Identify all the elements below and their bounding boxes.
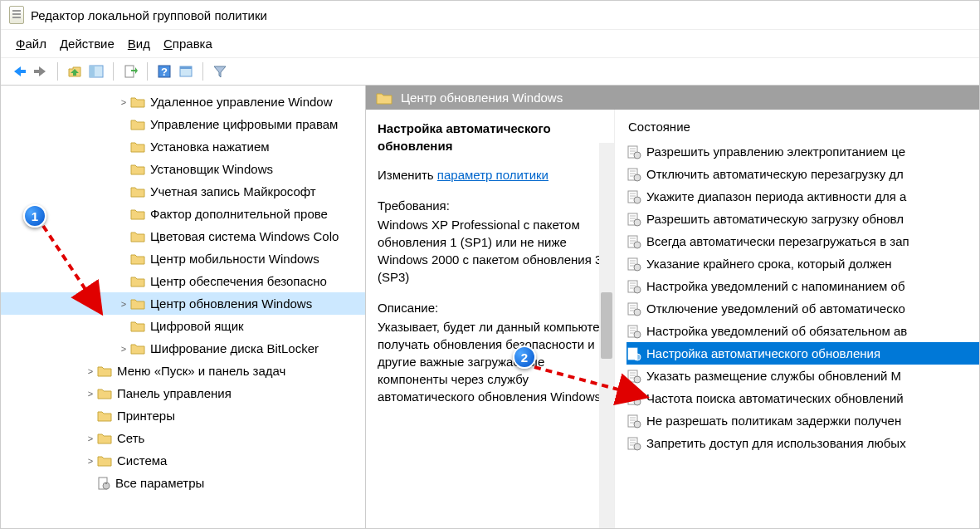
tree-item-label: Система [117,453,167,468]
requirements-label: Требования: [378,197,607,214]
detail-pane: Центр обновления Windows Настройка автом… [366,86,979,528]
list-item[interactable]: Разрешить управлению электропитанием це [627,140,979,163]
folder-icon [130,276,145,287]
setting-icon [627,346,641,361]
list-header[interactable]: Состояние [627,120,979,134]
tree-item[interactable]: Центр обеспечения безопасно [1,270,365,292]
list-item-label: Настройка уведомлений с напоминанием об [646,279,905,293]
setting-icon [627,167,641,182]
tree-item[interactable]: Принтеры [1,404,365,427]
tree-item[interactable]: Все параметры [1,472,365,494]
svg-point-68 [634,399,641,405]
list-item[interactable]: Настройка уведомлений об обязательном ав [627,320,979,342]
list-item[interactable]: Запретить доступ для использования любых [627,432,979,454]
expander-icon[interactable]: > [84,366,97,376]
tree-item[interactable]: Управление цифровыми правам [1,113,365,135]
list-item-label: Частота поиска автоматических обновлений [646,391,904,405]
edit-line: Изменить параметр политики [378,166,607,184]
edit-prefix: Изменить [378,168,437,182]
setting-icon [627,279,641,294]
expander-icon[interactable]: > [84,456,97,466]
folder-icon [376,91,392,105]
tree-item[interactable]: >Панель управления [1,382,365,404]
up-button[interactable] [65,61,85,81]
folder-icon [130,141,145,153]
tree-item[interactable]: Цветовая система Windows Colo [1,225,365,247]
tree-pane[interactable]: >Удаленное управление WindowУправление ц… [1,86,366,528]
svg-rect-11 [105,482,107,484]
svg-rect-0 [19,70,26,73]
list-item[interactable]: Настройка уведомлений с напоминанием об [627,275,979,297]
scrollbar-thumb[interactable] [601,292,612,359]
list-item[interactable]: Настройка автоматического обновления [627,342,979,365]
expander-icon[interactable]: > [117,299,130,309]
tree-item-label: Установщик Windows [150,162,273,176]
setting-icon [627,436,641,451]
svg-point-26 [634,197,641,203]
list-item[interactable]: Не разрешать политикам задержки получен [627,409,979,432]
scrollbar[interactable] [599,143,614,528]
list-item[interactable]: Указать размещение службы обновлений М [627,365,979,387]
list-item-label: Укажите диапазон периода активности для … [646,189,906,203]
list-item-label: Не разрешать политикам задержки получен [646,414,901,428]
tree-item-label: Установка нажатием [150,140,270,154]
list-item[interactable]: Отключить автоматическую перезагрузку дл [627,163,979,185]
expander-icon[interactable]: > [84,433,97,443]
expander-icon[interactable]: > [117,97,130,107]
back-button[interactable] [9,61,29,81]
menu-help[interactable]: Справка [158,35,217,52]
setting-icon [627,414,641,429]
tree-item-label: Принтеры [117,409,175,423]
tree-item[interactable]: >Удаленное управление Window [1,91,365,113]
setting-icon [627,324,641,339]
tree-item[interactable]: >Шифрование диска BitLocker [1,337,365,360]
forward-button[interactable] [31,61,51,81]
tree-item-label: Учетная запись Майкрософт [150,184,316,198]
list-item[interactable]: Указание крайнего срока, который должен [627,252,979,275]
menu-file[interactable]: Файл [11,35,51,52]
tree-item[interactable]: Фактор дополнительной прове [1,203,365,225]
menu-action[interactable]: Действие [55,35,119,52]
tree-item[interactable]: Цифровой ящик [1,315,365,337]
folder-icon [130,96,145,108]
tree-item[interactable]: >Система [1,449,365,472]
tree-item[interactable]: Установка нажатием [1,135,365,158]
expander-icon[interactable]: > [117,344,130,354]
svg-point-16 [634,152,641,159]
list-item[interactable]: Разрешить автоматическую загрузку обновл [627,208,979,230]
tree-item[interactable]: Центр мобильности Windows [1,247,365,270]
svg-point-46 [634,287,641,293]
tree-item[interactable]: >Меню «Пуск» и панель задач [1,360,365,382]
menu-view[interactable]: Вид [123,35,155,52]
properties-button[interactable] [176,61,196,81]
help-button[interactable]: ? [154,61,174,81]
tree-item[interactable]: Учетная запись Майкрософт [1,180,365,203]
export-button[interactable] [120,61,140,81]
show-hide-tree-button[interactable] [86,61,106,81]
folder-icon [130,231,145,242]
list-item[interactable]: Отключение уведомлений об автоматическо [627,297,979,320]
list-item[interactable]: Всегда автоматически перезагружаться в з… [627,230,979,252]
setting-icon [627,257,641,272]
toolbar-separator [147,62,148,81]
folder-icon [97,365,112,377]
filter-button[interactable] [210,61,230,81]
list-item-label: Настройка автоматического обновления [646,346,880,360]
folder-icon [97,455,112,467]
settings-icon [97,477,110,490]
edit-policy-link[interactable]: параметр политики [437,168,549,182]
description-label: Описание: [378,299,607,316]
tree-item[interactable]: >Сеть [1,427,365,449]
tree-item[interactable]: Установщик Windows [1,158,365,180]
folder-icon [130,298,145,310]
tree-item-label: Центр обновления Windows [150,296,312,311]
list-item[interactable]: Укажите диапазон периода активности для … [627,185,979,208]
toolbar-separator [202,62,203,81]
list-item[interactable]: Частота поиска автоматических обновлений [627,387,979,409]
expander-icon[interactable]: > [84,389,97,399]
folder-icon [130,164,145,175]
list-item-label: Настройка уведомлений об обязательном ав [646,324,907,338]
tree-item-label: Управление цифровыми правам [150,117,338,131]
tree-item-label: Цветовая система Windows Colo [150,229,339,243]
tree-item[interactable]: >Центр обновления Windows [1,292,365,315]
